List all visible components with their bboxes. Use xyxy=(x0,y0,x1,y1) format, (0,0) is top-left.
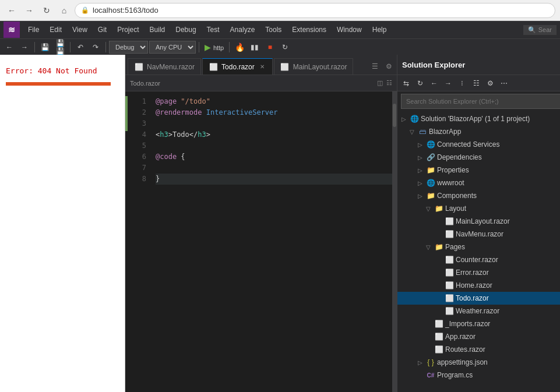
tree-layout[interactable]: ▽ 📁 Layout xyxy=(397,202,560,215)
se-header: Solution Explorer xyxy=(397,55,560,75)
breadcrumb-file: Todo.razor xyxy=(130,80,160,87)
menu-file[interactable]: File xyxy=(23,24,44,36)
home-button[interactable]: ⌂ xyxy=(57,3,71,17)
code-line-5 xyxy=(156,140,392,151)
cpu-config-select[interactable]: Any CPU xyxy=(149,41,196,54)
tree-properties[interactable]: ▷ 📁 Properties xyxy=(397,164,560,176)
code-content[interactable]: @page "/todo" @rendermode InteractiveSer… xyxy=(151,91,392,392)
tree-routes[interactable]: ⬜ Routes.razor xyxy=(397,343,560,356)
se-sync-btn[interactable]: ⇆ xyxy=(400,77,413,90)
url-text: localhost:5163/todo xyxy=(93,6,159,15)
tree-solution[interactable]: ▷ 🌐 Solution 'BlazorApp' (1 of 1 project… xyxy=(397,112,560,125)
toolbar-back-btn[interactable]: ← xyxy=(2,41,16,54)
menu-project[interactable]: Project xyxy=(112,24,143,36)
tab-todo-label: Todo.razor xyxy=(221,63,255,71)
pages-label: Pages xyxy=(445,243,465,251)
se-search-input[interactable] xyxy=(401,94,560,109)
tab-navmenu[interactable]: ⬜ NavMenu.razor xyxy=(128,58,201,75)
pause-btn[interactable]: ▮▮ xyxy=(248,41,262,54)
tree-counter[interactable]: ⬜ Counter.razor xyxy=(397,253,560,266)
tab-todo[interactable]: ⬜ Todo.razor ✕ xyxy=(202,58,273,75)
toolbar-save-btn[interactable]: 💾 xyxy=(38,41,52,54)
menu-help[interactable]: Help xyxy=(368,24,392,36)
restart-btn[interactable]: ↻ xyxy=(278,41,292,54)
menu-extensions[interactable]: Extensions xyxy=(287,24,331,36)
se-filter-btn[interactable]: ☷ xyxy=(470,77,482,90)
vs-search-label[interactable]: Sear xyxy=(538,26,552,33)
tree-error[interactable]: ⬜ Error.razor xyxy=(397,266,560,279)
toolbar-redo-btn[interactable]: ↷ xyxy=(89,41,103,54)
se-more-btn[interactable]: ⋯ xyxy=(498,77,510,90)
wwwroot-arrow: ▷ xyxy=(416,180,424,186)
menu-window[interactable]: Window xyxy=(332,24,367,36)
code-line-4: <h3>Todo</h3> xyxy=(156,129,392,140)
back-button[interactable]: ← xyxy=(5,3,19,17)
tree-appsettings[interactable]: ▷ { } appsettings.json xyxy=(397,356,560,369)
line-numbers: 1 2 3 4 5 6 7 8 xyxy=(128,91,151,392)
vs-logo: ≋ xyxy=(3,22,20,38)
mainlayout-label: MainLayout.razor xyxy=(456,217,510,225)
menu-tools[interactable]: Tools xyxy=(260,24,286,36)
menu-edit[interactable]: Edit xyxy=(45,24,66,36)
scroll-track[interactable] xyxy=(392,91,397,392)
browser-preview: Error: 404 Not Found xyxy=(0,55,125,392)
tree-navmenu[interactable]: ⬜ NavMenu.razor xyxy=(397,228,560,241)
scroll-thumb xyxy=(393,104,396,127)
tab-mainlayout-label: MainLayout.razor xyxy=(293,63,347,71)
hot-reload-btn[interactable]: 🔥 xyxy=(233,41,246,54)
se-settings-btn[interactable]: ⚙ xyxy=(484,77,496,90)
tree-home[interactable]: ⬜ Home.razor xyxy=(397,279,560,292)
error-icon: ⬜ xyxy=(445,268,454,277)
connected-arrow: ▷ xyxy=(416,142,424,148)
tree-todo[interactable]: ⬜ Todo.razor xyxy=(397,292,560,305)
home-icon: ⬜ xyxy=(445,281,454,290)
connected-label: Connected Services xyxy=(437,140,499,149)
tree-connected-services[interactable]: ▷ 🌐 Connected Services xyxy=(397,138,560,151)
refresh-button[interactable]: ↻ xyxy=(40,3,54,17)
menu-test[interactable]: Test xyxy=(202,24,224,36)
tree-imports[interactable]: ⬜ _Imports.razor xyxy=(397,317,560,330)
props-label: Properties xyxy=(437,166,469,174)
tab-list-btn[interactable]: ☰ xyxy=(369,61,381,72)
layout-label: Layout xyxy=(445,204,466,213)
se-back-btn[interactable]: ← xyxy=(428,77,441,90)
tree-dependencies[interactable]: ▷ 🔗 Dependencies xyxy=(397,151,560,164)
menu-analyze[interactable]: Analyze xyxy=(226,24,260,36)
se-forward-btn[interactable]: → xyxy=(442,77,455,90)
code-line-8: } xyxy=(156,174,392,185)
tab-mainlayout[interactable]: ⬜ MainLayout.razor xyxy=(274,58,354,75)
se-collapse-btn[interactable]: ⁝ xyxy=(456,77,469,90)
routes-icon: ⬜ xyxy=(434,345,443,354)
menu-debug[interactable]: Debug xyxy=(171,24,200,36)
tree-mainlayout[interactable]: ⬜ MainLayout.razor xyxy=(397,215,560,228)
tree-program[interactable]: C# Program.cs xyxy=(397,369,560,382)
tree-components[interactable]: ▷ 📁 Components xyxy=(397,189,560,202)
tree-pages[interactable]: ▽ 📁 Pages xyxy=(397,241,560,253)
toolbar-saveall-btn[interactable]: 💾💾 xyxy=(53,41,67,54)
stop-btn[interactable]: ■ xyxy=(263,41,277,54)
tree-blazorapp[interactable]: ▽ 🗃 BlazorApp xyxy=(397,125,560,138)
toolbar-undo-btn[interactable]: ↶ xyxy=(73,41,87,54)
filter-btn[interactable]: ☷ xyxy=(386,79,392,87)
forward-button[interactable]: → xyxy=(22,3,36,17)
address-bar[interactable]: 🔒 localhost:5163/todo xyxy=(75,3,555,18)
menu-view[interactable]: View xyxy=(68,24,92,36)
appsettings-label: appsettings.json xyxy=(437,358,488,366)
tree-weather[interactable]: ⬜ Weather.razor xyxy=(397,305,560,317)
toolbar-forward-btn[interactable]: → xyxy=(17,41,31,54)
code-editor[interactable]: 1 2 3 4 5 6 7 8 @page "/todo" @rendermod… xyxy=(125,91,397,392)
menu-build[interactable]: Build xyxy=(145,24,170,36)
split-editor-btn[interactable]: ◫ xyxy=(377,79,383,87)
appsettings-arrow: ▷ xyxy=(416,359,424,366)
debug-config-select[interactable]: Debug xyxy=(109,41,148,54)
tab-settings-btn[interactable]: ⚙ xyxy=(383,61,395,72)
tab-todo-close[interactable]: ✕ xyxy=(258,63,266,71)
run-button[interactable]: ▶ http xyxy=(202,43,226,52)
tree-wwwroot[interactable]: ▷ 🌐 wwwroot xyxy=(397,176,560,189)
program-label: Program.cs xyxy=(437,371,473,379)
tree-approazor[interactable]: ⬜ App.razor xyxy=(397,330,560,343)
code-line-1: @page "/todo" xyxy=(156,96,392,107)
imports-icon: ⬜ xyxy=(434,319,443,329)
se-refresh-btn[interactable]: ↻ xyxy=(414,77,427,90)
menu-git[interactable]: Git xyxy=(93,24,111,36)
